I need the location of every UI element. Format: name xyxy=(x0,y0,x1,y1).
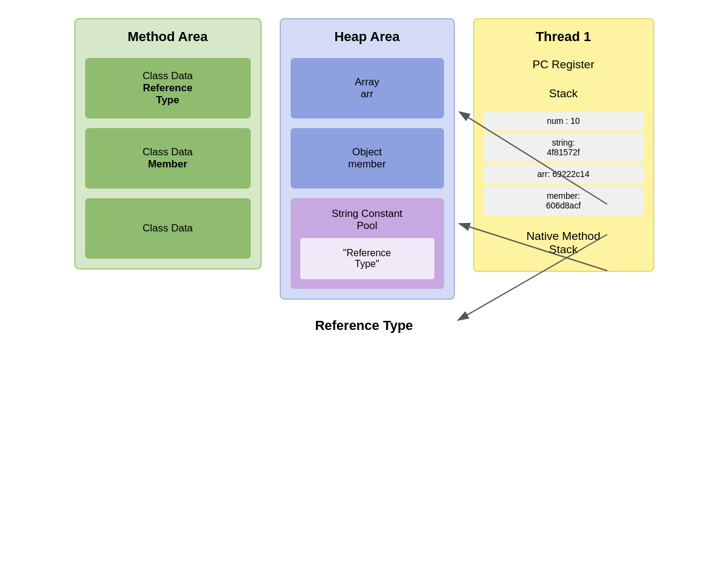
pc-register-label: PC Register xyxy=(484,53,643,76)
string-pool-inner: "ReferenceType" xyxy=(300,238,434,279)
method-area: Method Area Class DataReferenceType Clas… xyxy=(74,18,262,270)
bottom-label: Reference Type xyxy=(0,318,728,346)
string-constant-pool-box: String ConstantPool "ReferenceType" xyxy=(291,198,444,289)
class-data-reference-type-box: Class DataReferenceType xyxy=(85,58,251,118)
heap-area: Heap Area Arrayarr Objectmember String C… xyxy=(280,18,455,300)
class-data-member-box: Class DataMember xyxy=(85,128,251,189)
array-arr-box: Arrayarr xyxy=(291,58,444,118)
method-area-title: Method Area xyxy=(85,29,251,45)
stack-item-member: member:606d8acf xyxy=(484,186,643,215)
thread-title: Thread 1 xyxy=(484,29,643,45)
heap-area-title: Heap Area xyxy=(291,29,444,45)
stack-section: num : 10 string:4f81572f arr: 69222c14 m… xyxy=(484,111,643,215)
class-data-box: Class Data xyxy=(85,198,251,259)
stack-item-arr: arr: 69222c14 xyxy=(484,164,643,184)
main-container: Method Area Class DataReferenceType Clas… xyxy=(0,0,728,300)
native-method-stack-label: Native MethodStack xyxy=(484,221,643,261)
stack-item-string: string:4f81572f xyxy=(484,133,643,162)
stack-label: Stack xyxy=(484,82,643,105)
object-member-box: Objectmember xyxy=(291,128,444,189)
thread-area: Thread 1 PC Register Stack num : 10 stri… xyxy=(473,18,654,272)
stack-item-num: num : 10 xyxy=(484,111,643,131)
string-pool-title: String ConstantPool xyxy=(332,208,402,232)
